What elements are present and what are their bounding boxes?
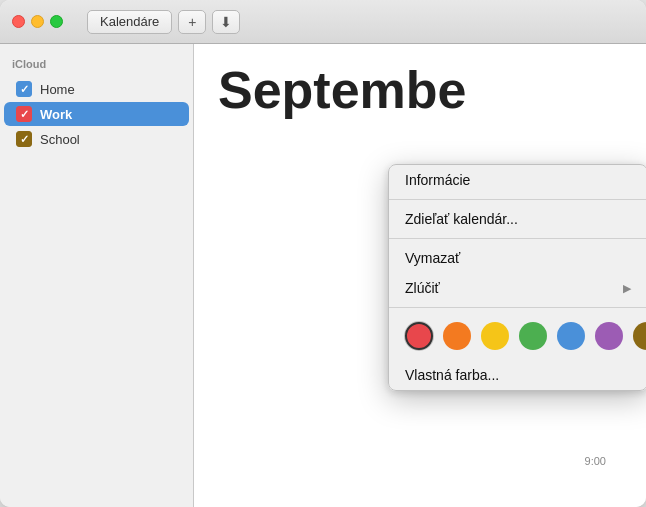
menu-item-share-label: Zdieľať kalendár... — [405, 211, 518, 227]
menu-item-info-label: Informácie — [405, 172, 470, 188]
menu-item-merge-label: Zlúčiť — [405, 280, 440, 296]
color-swatch-orange[interactable] — [443, 322, 471, 350]
calendars-button[interactable]: Kalendáre — [87, 10, 172, 34]
color-swatches-row — [389, 312, 646, 360]
school-checkbox[interactable]: ✓ — [16, 131, 32, 147]
color-swatch-brown[interactable] — [633, 322, 646, 350]
menu-item-share[interactable]: Zdieľať kalendár... — [389, 204, 646, 234]
month-title: Septembe — [194, 44, 646, 126]
menu-item-delete-label: Vymazať — [405, 250, 460, 266]
calendar-area: Septembe 9:00 Informácie Zdieľať kalendá… — [194, 44, 646, 507]
color-swatch-purple[interactable] — [595, 322, 623, 350]
icloud-section-label: iCloud — [0, 54, 193, 76]
sidebar-item-school[interactable]: ✓ School — [4, 127, 189, 151]
calendars-label: Kalendáre — [100, 14, 159, 29]
work-checkmark: ✓ — [20, 108, 29, 121]
home-checkmark: ✓ — [20, 83, 29, 96]
menu-separator-3 — [389, 307, 646, 308]
sidebar-item-home[interactable]: ✓ Home — [4, 77, 189, 101]
home-label: Home — [40, 82, 75, 97]
titlebar: Kalendáre + ⬇ — [0, 0, 646, 44]
main-content: iCloud ✓ Home ✓ Work ✓ School — [0, 44, 646, 507]
sidebar-item-work[interactable]: ✓ Work — [4, 102, 189, 126]
color-swatch-yellow[interactable] — [481, 322, 509, 350]
color-swatch-red[interactable] — [405, 322, 433, 350]
color-swatch-green[interactable] — [519, 322, 547, 350]
color-swatch-blue[interactable] — [557, 322, 585, 350]
sidebar: iCloud ✓ Home ✓ Work ✓ School — [0, 44, 194, 507]
menu-item-merge[interactable]: Zlúčiť ▶ — [389, 273, 646, 303]
minimize-button[interactable] — [31, 15, 44, 28]
add-button[interactable]: + — [178, 10, 206, 34]
time-label: 9:00 — [585, 455, 606, 467]
menu-separator-2 — [389, 238, 646, 239]
menu-item-delete[interactable]: Vymazať — [389, 243, 646, 273]
close-button[interactable] — [12, 15, 25, 28]
menu-item-info[interactable]: Informácie — [389, 165, 646, 195]
home-checkbox[interactable]: ✓ — [16, 81, 32, 97]
work-label: Work — [40, 107, 72, 122]
add-icon: + — [188, 14, 196, 30]
download-button[interactable]: ⬇ — [212, 10, 240, 34]
download-icon: ⬇ — [220, 14, 232, 30]
school-checkmark: ✓ — [20, 133, 29, 146]
menu-item-custom-color[interactable]: Vlastná farba... — [389, 360, 646, 390]
app-window: Kalendáre + ⬇ iCloud ✓ Home — [0, 0, 646, 507]
work-checkbox[interactable]: ✓ — [16, 106, 32, 122]
menu-separator-1 — [389, 199, 646, 200]
menu-item-custom-color-label: Vlastná farba... — [405, 367, 499, 383]
context-menu: Informácie Zdieľať kalendár... Vymazať Z… — [388, 164, 646, 391]
toolbar-buttons: Kalendáre + ⬇ — [87, 10, 240, 34]
submenu-arrow-icon: ▶ — [623, 282, 631, 295]
school-label: School — [40, 132, 80, 147]
maximize-button[interactable] — [50, 15, 63, 28]
traffic-lights — [12, 15, 63, 28]
